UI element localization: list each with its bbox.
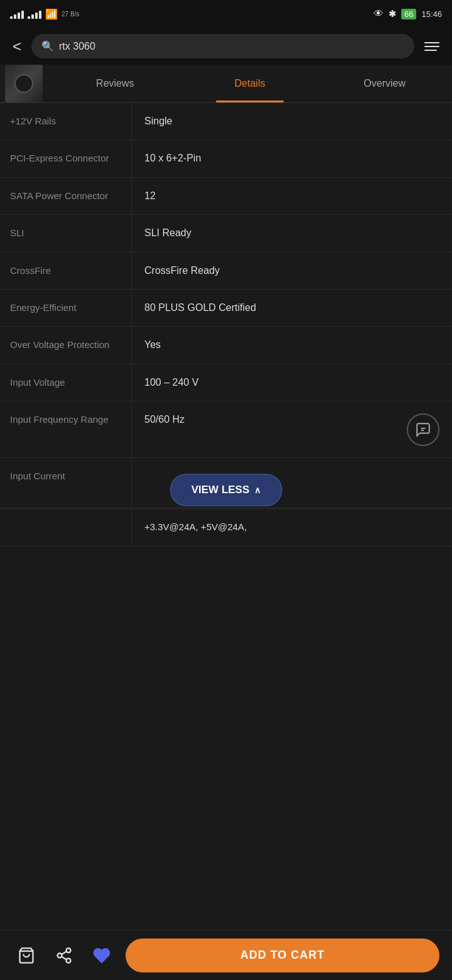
spec-value-12v-rails: Single [132,103,452,139]
psu-image [5,65,43,102]
cart-icon [18,947,35,964]
content-area: +12V Rails Single PCI-Express Connector … [0,103,452,609]
search-bar-container: < 🔍 rtx 3060 [0,28,452,65]
status-left: 📶 27 B/s [10,9,79,19]
menu-line-1 [424,42,439,43]
add-to-cart-label: ADD TO CART [240,949,325,962]
product-thumbnail[interactable] [5,65,43,102]
menu-line-3 [424,50,437,51]
spec-label-energy: Energy-Efficient [0,290,132,326]
wishlist-icon-button[interactable] [88,944,116,967]
spec-value-input-freq: 50/60 Hz [132,401,452,457]
bottom-bar: ADD TO CART [0,930,452,980]
spec-row-sli: SLI SLI Ready [0,215,452,252]
signal-bars-2 [28,9,41,19]
spec-value-sata: 12 [132,178,452,214]
tab-overview[interactable]: Overview [317,65,452,102]
spec-value-sli: SLI Ready [132,215,452,251]
menu-filter-button[interactable] [422,40,442,53]
bluetooth-icon: ✱ [389,9,396,19]
search-icon: 🔍 [41,40,54,52]
spec-row-input-voltage: Input Voltage 100 – 240 V [0,364,452,401]
spec-row-12v-rails: +12V Rails Single [0,103,452,140]
view-less-positioned: VIEW LESS ∧ [170,474,282,506]
chat-fab-button[interactable] [407,413,439,446]
spec-row-crossfire: CrossFire CrossFire Ready [0,253,452,290]
spec-row-input-freq: Input Frequency Range 50/60 Hz [0,401,452,458]
view-less-label: VIEW LESS [191,484,250,496]
spec-label-pcie: PCI-Express Connector [0,140,132,177]
spec-label-sli: SLI [0,215,132,251]
view-less-button[interactable]: VIEW LESS ∧ [170,474,282,506]
data-speed: 27 B/s [62,11,79,18]
share-icon [55,947,73,964]
menu-line-2 [424,46,439,47]
spec-row-energy: Energy-Efficient 80 PLUS GOLD Certified [0,290,452,327]
spec-label-input-current: Input Current [0,458,132,508]
svg-line-7 [62,951,67,954]
nav-tabs: Reviews Details Overview [48,65,452,102]
status-right: 👁 ✱ 66 15:46 [374,8,442,19]
spec-value-input-voltage: 100 – 240 V [132,364,452,401]
status-bar: 📶 27 B/s 👁 ✱ 66 15:46 [0,0,452,28]
spec-row-sata: SATA Power Connector 12 [0,178,452,215]
battery-icon: 66 [401,9,416,19]
product-nav: Reviews Details Overview [0,65,452,103]
spec-value-ovp: Yes [132,327,452,363]
spec-label-input-freq: Input Frequency Range [0,401,132,457]
heart-icon [93,947,110,964]
spec-row-pcie: PCI-Express Connector 10 x 6+2-Pin [0,140,452,177]
svg-point-4 [58,953,62,957]
chevron-up-icon: ∧ [254,485,261,495]
spec-row-ovp: Over Voltage Protection Yes [0,327,452,364]
add-to-cart-button[interactable]: ADD TO CART [126,939,439,972]
spec-value-output-partial: +3.3V@24A, +5V@24A, [132,509,452,545]
spec-label-input-voltage: Input Voltage [0,364,132,401]
search-input-wrap[interactable]: 🔍 rtx 3060 [31,34,414,58]
spec-value-energy: 80 PLUS GOLD Certified [132,290,452,326]
tab-details[interactable]: Details [183,65,318,102]
spec-label-ovp: Over Voltage Protection [0,327,132,363]
wifi-icon: 📶 [45,9,58,19]
svg-point-3 [67,948,71,952]
spec-value-crossfire: CrossFire Ready [132,253,452,289]
spec-value-pcie: 10 x 6+2-Pin [132,140,452,177]
share-icon-button[interactable] [50,944,78,967]
signal-bars-1 [10,9,24,19]
search-text: rtx 3060 [59,41,95,52]
tab-reviews[interactable]: Reviews [48,65,183,102]
spec-label-crossfire: CrossFire [0,253,132,289]
spec-label-sata: SATA Power Connector [0,178,132,214]
cart-icon-button[interactable] [13,944,40,967]
output-partial-text: +3.3V@24A, +5V@24A, [144,521,247,532]
time: 15:46 [421,9,442,19]
psu-fan-graphic [14,74,33,93]
eye-icon: 👁 [374,8,384,19]
svg-point-5 [67,958,71,962]
svg-line-6 [62,956,67,959]
spec-row-output-partial: +3.3V@24A, +5V@24A, [0,508,452,546]
chat-icon [415,422,431,438]
back-button[interactable]: < [10,35,24,58]
spec-label-12v-rails: +12V Rails [0,103,132,139]
spec-label-output-empty [0,509,132,545]
